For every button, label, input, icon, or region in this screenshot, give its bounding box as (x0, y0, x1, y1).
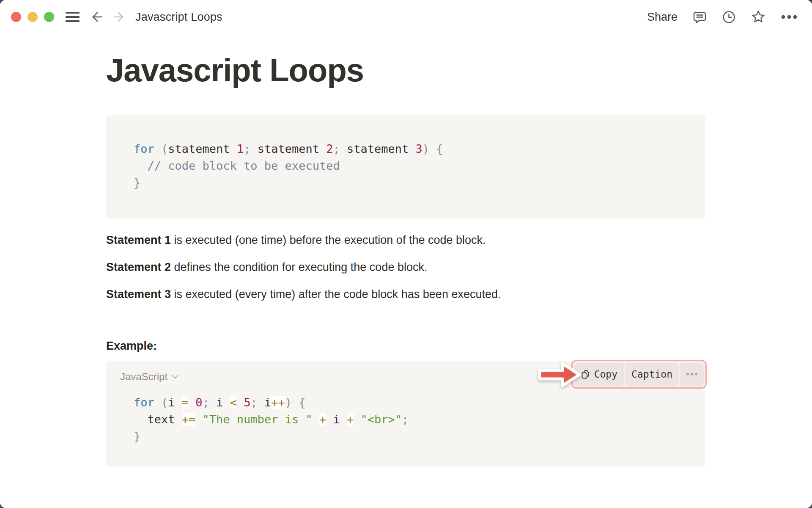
breadcrumb-page-title[interactable]: Javascript Loops (135, 11, 222, 24)
sidebar-menu-icon[interactable] (66, 12, 80, 22)
share-button[interactable]: Share (647, 11, 678, 24)
traffic-lights (11, 12, 54, 22)
code-actions-highlight: Copy Caption (571, 360, 707, 389)
page-title: Javascript Loops (106, 52, 705, 88)
statement-3-paragraph: Statement 3 is executed (every time) aft… (106, 287, 705, 301)
code-block-syntax[interactable]: for (statement 1; statement 2; statement… (106, 115, 705, 219)
caption-button-label: Caption (631, 369, 672, 380)
code-block-example[interactable]: JavaScript Copy Caption (106, 361, 705, 467)
code-block-syntax-code: for (statement 1; statement 2; statement… (134, 141, 689, 191)
app-window: Javascript Loops Share Javascript Loops … (0, 0, 812, 508)
comments-icon[interactable] (693, 10, 707, 24)
statement-1-paragraph: Statement 1 is executed (one time) befor… (106, 233, 705, 247)
copy-icon (581, 370, 590, 379)
zoom-window-button[interactable] (44, 12, 54, 22)
forward-arrow-icon[interactable] (112, 10, 126, 24)
chevron-down-icon (171, 374, 179, 379)
favorite-star-icon[interactable] (751, 10, 765, 24)
caption-button[interactable]: Caption (625, 363, 679, 386)
example-label: Example: (106, 339, 705, 353)
more-options-icon[interactable] (781, 14, 798, 19)
statement-2-paragraph: Statement 2 defines the condition for ex… (106, 260, 705, 274)
copy-button[interactable]: Copy (574, 363, 624, 386)
code-block-example-code: for (i = 0; i < 5; i++) { text += "The n… (106, 394, 705, 445)
back-arrow-icon[interactable] (90, 10, 104, 24)
document-body: Javascript Loops for (statement 1; state… (0, 52, 812, 467)
language-dropdown[interactable]: JavaScript (120, 370, 179, 383)
language-dropdown-label: JavaScript (120, 370, 167, 383)
minimize-window-button[interactable] (27, 12, 38, 22)
close-window-button[interactable] (11, 12, 21, 22)
copy-button-label: Copy (594, 369, 617, 380)
history-clock-icon[interactable] (722, 10, 736, 24)
code-more-options-button[interactable] (680, 363, 704, 386)
ellipsis-icon (686, 373, 698, 376)
topbar: Javascript Loops Share (0, 0, 812, 34)
